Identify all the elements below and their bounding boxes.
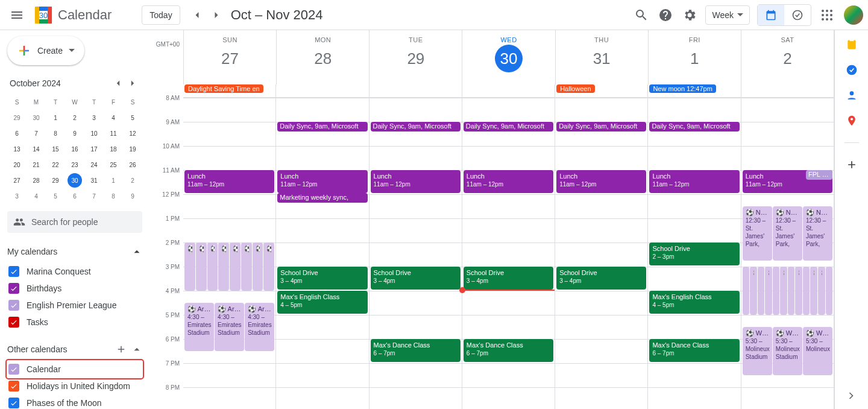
calendar-event[interactable]: Lunch11am – 12pm <box>371 170 461 193</box>
mini-day[interactable]: 28 <box>27 173 46 188</box>
allday-cell[interactable] <box>462 84 555 97</box>
mini-day[interactable]: 21 <box>27 157 46 173</box>
calendar-item[interactable]: Holidays in United Kingdom <box>7 378 142 395</box>
calendar-item[interactable]: English Premier League <box>7 297 142 314</box>
calendar-checkbox[interactable] <box>8 364 19 375</box>
calendar-event[interactable]: ⚽ <box>780 267 787 315</box>
calendar-checkbox[interactable] <box>8 283 19 294</box>
keep-app-icon[interactable] <box>846 39 858 51</box>
mini-day[interactable]: 3 <box>7 188 27 204</box>
other-calendars-toggle[interactable]: Other calendars <box>7 341 142 357</box>
calendar-event[interactable]: Lunch11am – 12pm <box>556 170 646 193</box>
day-column[interactable]: Daily Sync, 9am, MicrosoftLunch11am – 12… <box>276 98 369 409</box>
mini-day[interactable]: 31 <box>84 173 104 188</box>
calendar-event[interactable]: Marketing weekly sync, <box>277 193 367 203</box>
day-header[interactable]: SAT2 <box>741 30 834 84</box>
allday-event[interactable]: Daylight Saving Time en <box>184 84 263 93</box>
mini-day[interactable]: 1 <box>104 173 123 188</box>
settings-button[interactable] <box>678 3 702 27</box>
calendar-event[interactable]: ⚽ C <box>241 243 252 291</box>
mini-day[interactable]: 19 <box>123 141 142 157</box>
calendar-checkbox[interactable] <box>8 398 19 408</box>
calendar-event[interactable]: ⚽ <box>788 267 795 315</box>
calendar-event[interactable]: ⚽ C <box>253 243 263 291</box>
day-header[interactable]: TUE29 <box>370 30 462 84</box>
mini-day[interactable]: 2 <box>123 173 142 188</box>
calendar-event[interactable]: ⚽ Newcastle United12:30 – St. James' Par… <box>743 206 772 261</box>
allday-event[interactable]: New moon 12:47pm <box>649 84 715 93</box>
mini-day[interactable]: 2 <box>65 110 84 125</box>
calendar-event[interactable]: ⚽ <box>765 267 772 315</box>
search-button[interactable] <box>629 3 653 27</box>
maps-app-icon[interactable] <box>846 115 858 127</box>
mini-day[interactable]: 25 <box>104 157 123 173</box>
calendar-event[interactable]: ⚽ C <box>207 243 218 291</box>
calendar-event[interactable]: ⚽ <box>803 267 810 315</box>
mini-day[interactable]: 16 <box>65 141 84 157</box>
calendar-event[interactable]: ⚽ C <box>218 243 229 291</box>
mini-day[interactable]: 29 <box>46 173 65 188</box>
calendar-checkbox[interactable] <box>8 317 19 328</box>
calendar-event[interactable]: ⚽ C <box>230 243 241 291</box>
mini-calendar[interactable]: SMTWTFS293012345678910111213141516171819… <box>7 94 142 204</box>
search-people-input[interactable]: Search for people <box>7 211 142 233</box>
calendar-event[interactable]: FPL Deadline <box>806 170 832 180</box>
day-header[interactable]: THU31 <box>556 30 649 84</box>
next-week-button[interactable] <box>207 5 226 25</box>
mini-day[interactable]: 22 <box>46 157 65 173</box>
calendar-event[interactable]: Lunch11am – 12pm <box>184 170 274 193</box>
mini-day[interactable]: 15 <box>46 141 65 157</box>
calendar-event[interactable]: ⚽ <box>795 267 802 315</box>
day-column[interactable]: Lunch11am – 12pmFPL Deadline⚽ Newcastle … <box>741 98 834 409</box>
calendar-event[interactable]: ⚽ <box>758 267 765 315</box>
calendar-event[interactable]: ⚽ <box>818 267 825 315</box>
calendar-event[interactable]: Daily Sync, 9am, Microsoft <box>556 122 646 132</box>
day-column[interactable]: Daily Sync, 9am, MicrosoftLunch11am – 12… <box>555 98 648 409</box>
mini-day[interactable]: 11 <box>104 125 123 141</box>
calendar-event[interactable]: ⚽ <box>750 267 757 315</box>
calendar-item[interactable]: Birthdays <box>7 280 142 297</box>
mini-day[interactable]: 27 <box>7 173 27 188</box>
mini-day[interactable]: 13 <box>7 141 27 157</box>
mini-day[interactable]: 4 <box>27 188 46 204</box>
hide-side-panel[interactable] <box>845 390 857 404</box>
calendar-event[interactable]: Max's English Class4 – 5pm <box>277 291 367 314</box>
calendar-event[interactable]: ⚽ Arsenal4:30 – Emirates Stadium <box>245 303 274 351</box>
mini-day[interactable]: 9 <box>123 188 142 204</box>
calendar-event[interactable]: Daily Sync, 9am, Microsoft <box>371 122 461 132</box>
day-column[interactable]: Daily Sync, 9am, MicrosoftLunch11am – 12… <box>370 98 462 409</box>
calendar-event[interactable]: ⚽ Wolves5:30 – Molineux <box>803 327 832 375</box>
allday-cell[interactable] <box>276 84 369 97</box>
add-addon-button[interactable] <box>846 159 858 171</box>
calendar-item[interactable]: Phases of the Moon <box>7 395 142 409</box>
mini-day[interactable]: 18 <box>104 141 123 157</box>
day-header[interactable]: WED30 <box>462 30 555 84</box>
mini-day[interactable]: 29 <box>7 110 27 125</box>
allday-event[interactable]: Halloween <box>556 84 594 93</box>
calendar-event[interactable]: ⚽ <box>773 267 780 315</box>
mini-day[interactable]: 23 <box>65 157 84 173</box>
google-apps-button[interactable] <box>815 3 839 27</box>
mini-day[interactable]: 10 <box>84 125 104 141</box>
prev-week-button[interactable] <box>187 5 207 25</box>
app-logo[interactable]: 30 Calendar <box>31 3 112 27</box>
day-column[interactable]: Daily Sync, 9am, MicrosoftLunch11am – 12… <box>462 98 555 409</box>
calendar-event[interactable]: School Drive2 – 3pm <box>649 243 739 265</box>
mini-day[interactable]: 7 <box>27 125 46 141</box>
help-button[interactable] <box>653 3 678 27</box>
calendar-event[interactable]: Daily Sync, 9am, Microsoft <box>277 122 367 132</box>
calendar-event[interactable]: Daily Sync, 9am, Microsoft <box>649 122 739 132</box>
mini-day[interactable]: 5 <box>46 188 65 204</box>
calendar-event[interactable]: ⚽ Arsenal v Liverpool4:30 – Emirates Sta… <box>215 303 244 351</box>
calendar-view-button[interactable] <box>758 5 784 25</box>
create-button[interactable]: Create <box>7 36 84 65</box>
mini-day[interactable]: 6 <box>7 125 27 141</box>
calendar-event[interactable]: School Drive3 – 4pm <box>277 267 367 290</box>
calendar-checkbox[interactable] <box>8 300 19 311</box>
calendar-event[interactable]: Max's Dance Class6 – 7pm <box>649 339 739 362</box>
allday-cell[interactable] <box>370 84 462 97</box>
mini-prev-month[interactable] <box>111 76 125 90</box>
calendar-event[interactable]: ⚽ Newcastle12:30 – St. James' Park, <box>803 206 832 261</box>
allday-cell[interactable] <box>741 84 834 97</box>
tasks-view-button[interactable] <box>784 5 811 25</box>
